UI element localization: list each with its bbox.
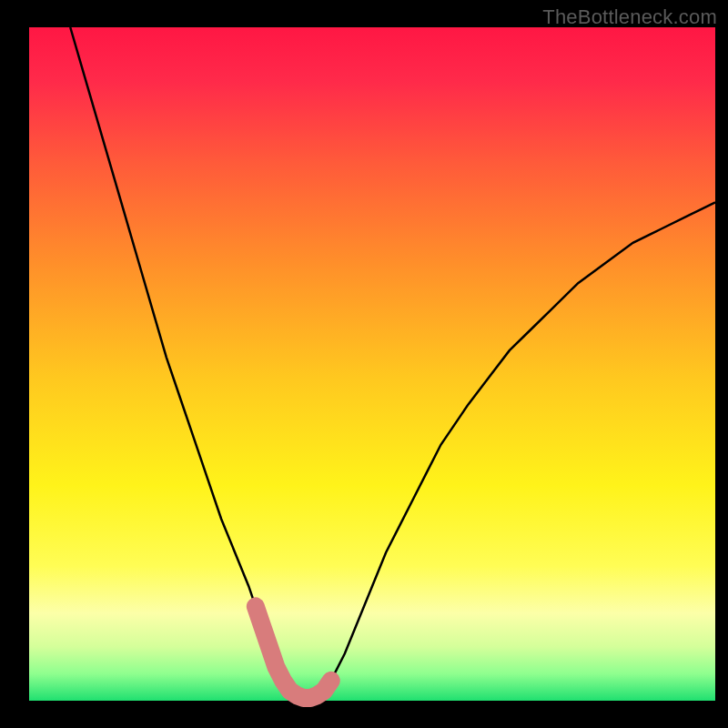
bottleneck-chart bbox=[0, 0, 728, 728]
chart-container: TheBottleneck.com bbox=[0, 0, 728, 728]
watermark-text: TheBottleneck.com bbox=[542, 5, 717, 29]
plot-background bbox=[29, 27, 715, 701]
